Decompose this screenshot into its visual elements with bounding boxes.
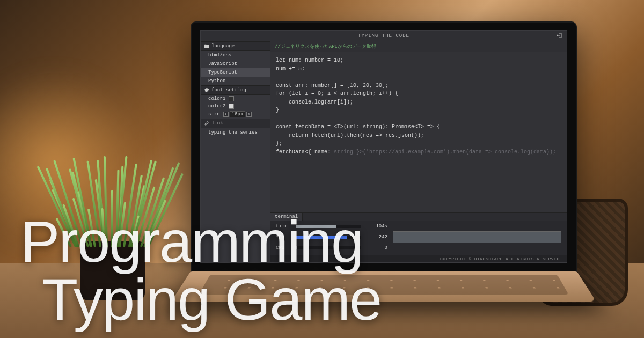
stat-value: 104s [366, 224, 387, 229]
stat-bar [296, 225, 361, 228]
terminal: terminal time104sYOU242CPU0 [270, 212, 567, 255]
laptop-keyboard [171, 271, 596, 302]
font-header-label: font setting [211, 87, 246, 93]
stat-row: time104s [276, 224, 561, 229]
stat-bar [296, 236, 361, 239]
language-item[interactable]: JavaScript [201, 60, 270, 68]
color2-swatch[interactable] [229, 104, 234, 109]
language-item[interactable]: html/css [201, 51, 270, 60]
stat-bar [296, 246, 361, 249]
stat-row: YOU242 [276, 231, 561, 243]
section-language: language [201, 41, 270, 51]
section-font: font setting [201, 85, 270, 95]
link-item[interactable]: typing the series [201, 128, 270, 137]
gear-icon [204, 87, 209, 93]
terminal-tab[interactable]: terminal [270, 213, 303, 221]
language-item[interactable]: TypeScript [201, 68, 270, 77]
language-header-label: language [211, 43, 235, 49]
stat-row: CPU0 [276, 245, 561, 251]
folder-icon [204, 43, 209, 49]
color2-label: color2 [208, 104, 225, 109]
section-link: link [201, 119, 270, 128]
app-window: TYPING THE CODE language html/cssJavaScr… [200, 30, 567, 263]
stat-label: time [276, 224, 291, 229]
exit-icon[interactable] [556, 32, 562, 39]
size-decrease-button[interactable]: ‹ [223, 112, 229, 117]
app-title: TYPING THE CODE [358, 33, 409, 39]
sidebar: language html/cssJavaScriptTypeScriptPyt… [201, 41, 270, 262]
titlebar: TYPING THE CODE [201, 31, 567, 41]
code-comment: //ジェネリクスを使ったAPIからのデータ取得 [270, 41, 567, 52]
stat-label: YOU [276, 234, 291, 240]
stat-value: 0 [366, 245, 387, 251]
editor-area: //ジェネリクスを使ったAPIからのデータ取得 let num: number … [270, 41, 567, 262]
laptop: TYPING THE CODE language html/cssJavaScr… [191, 21, 577, 320]
stat-value: 242 [366, 234, 387, 240]
size-value: 16px [230, 111, 246, 117]
link-header-label: link [211, 121, 223, 126]
plant-pot [80, 241, 145, 300]
language-item[interactable]: Python [201, 77, 270, 85]
size-label: size [208, 112, 220, 117]
color1-swatch[interactable] [229, 96, 234, 101]
footer-copyright: COPYRIGHT © HIROSHIAPP ALL RIGHTS RESERV… [270, 255, 567, 262]
code-editor[interactable]: let num: number = 10; num += 5; const ar… [270, 52, 567, 212]
link-icon [204, 121, 209, 126]
typing-input[interactable] [393, 231, 561, 243]
color1-label: color1 [208, 96, 225, 101]
size-increase-button[interactable]: › [246, 112, 252, 117]
stat-label: CPU [276, 245, 291, 251]
